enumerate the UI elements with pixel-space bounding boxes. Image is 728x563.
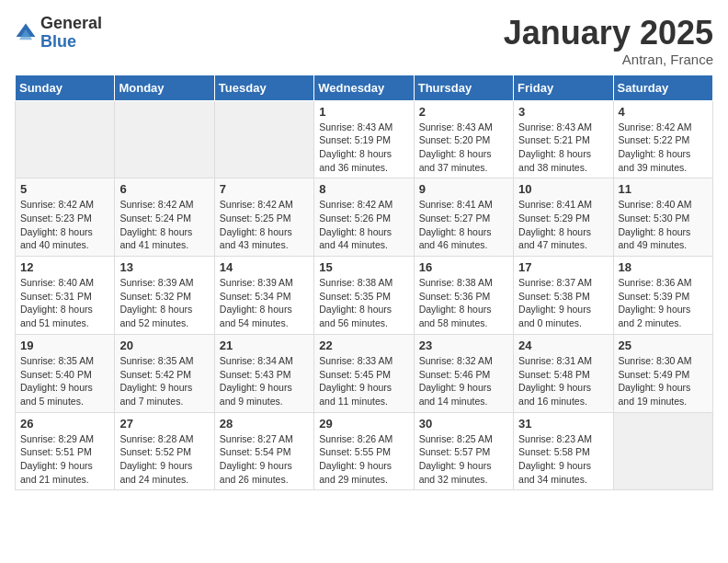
calendar-cell: 6Sunrise: 8:42 AM Sunset: 5:24 PM Daylig… bbox=[115, 178, 214, 257]
cell-info: Sunrise: 8:34 AM Sunset: 5:43 PM Dayligh… bbox=[220, 354, 309, 408]
cell-info: Sunrise: 8:43 AM Sunset: 5:20 PM Dayligh… bbox=[419, 121, 508, 175]
day-number: 26 bbox=[20, 417, 109, 431]
cell-info: Sunrise: 8:42 AM Sunset: 5:26 PM Dayligh… bbox=[319, 198, 408, 252]
day-number: 4 bbox=[619, 105, 708, 119]
cell-info: Sunrise: 8:42 AM Sunset: 5:22 PM Dayligh… bbox=[619, 121, 708, 175]
cell-info: Sunrise: 8:39 AM Sunset: 5:32 PM Dayligh… bbox=[119, 276, 209, 330]
calendar-table: SundayMondayTuesdayWednesdayThursdayFrid… bbox=[15, 75, 713, 491]
day-number: 2 bbox=[419, 105, 508, 119]
cell-info: Sunrise: 8:32 AM Sunset: 5:46 PM Dayligh… bbox=[419, 354, 508, 408]
cell-info: Sunrise: 8:23 AM Sunset: 5:58 PM Dayligh… bbox=[518, 432, 608, 487]
calendar-cell bbox=[613, 412, 712, 490]
day-number: 13 bbox=[119, 260, 209, 274]
calendar-cell: 8Sunrise: 8:42 AM Sunset: 5:26 PM Daylig… bbox=[314, 178, 414, 257]
cell-info: Sunrise: 8:42 AM Sunset: 5:23 PM Dayligh… bbox=[20, 198, 109, 252]
calendar-cell: 5Sunrise: 8:42 AM Sunset: 5:23 PM Daylig… bbox=[16, 178, 115, 257]
calendar-week-row: 19Sunrise: 8:35 AM Sunset: 5:40 PM Dayli… bbox=[16, 334, 713, 412]
cell-info: Sunrise: 8:27 AM Sunset: 5:54 PM Dayligh… bbox=[220, 432, 309, 487]
logo-general: General bbox=[40, 15, 102, 33]
cell-info: Sunrise: 8:41 AM Sunset: 5:29 PM Dayligh… bbox=[518, 198, 608, 252]
calendar-cell: 16Sunrise: 8:38 AM Sunset: 5:36 PM Dayli… bbox=[414, 257, 513, 335]
calendar-cell: 24Sunrise: 8:31 AM Sunset: 5:48 PM Dayli… bbox=[514, 334, 613, 412]
calendar-cell: 27Sunrise: 8:28 AM Sunset: 5:52 PM Dayli… bbox=[115, 412, 214, 490]
day-number: 11 bbox=[619, 182, 708, 196]
cell-info: Sunrise: 8:29 AM Sunset: 5:51 PM Dayligh… bbox=[20, 432, 109, 487]
day-number: 17 bbox=[518, 260, 608, 274]
calendar-cell: 2Sunrise: 8:43 AM Sunset: 5:20 PM Daylig… bbox=[414, 100, 513, 178]
calendar-cell: 20Sunrise: 8:35 AM Sunset: 5:42 PM Dayli… bbox=[115, 334, 214, 412]
calendar-cell: 26Sunrise: 8:29 AM Sunset: 5:51 PM Dayli… bbox=[16, 412, 115, 490]
day-number: 22 bbox=[319, 339, 408, 352]
calendar-week-row: 5Sunrise: 8:42 AM Sunset: 5:23 PM Daylig… bbox=[16, 178, 713, 257]
logo-blue: Blue bbox=[40, 33, 102, 52]
cell-info: Sunrise: 8:40 AM Sunset: 5:30 PM Dayligh… bbox=[619, 198, 708, 252]
day-number: 16 bbox=[419, 260, 508, 274]
day-number: 20 bbox=[119, 339, 209, 352]
cell-info: Sunrise: 8:25 AM Sunset: 5:57 PM Dayligh… bbox=[419, 432, 508, 487]
day-number: 12 bbox=[20, 260, 109, 274]
day-number: 23 bbox=[419, 339, 508, 352]
calendar-cell: 3Sunrise: 8:43 AM Sunset: 5:21 PM Daylig… bbox=[514, 100, 613, 178]
logo-text: General Blue bbox=[40, 15, 102, 52]
calendar-body: 1Sunrise: 8:43 AM Sunset: 5:19 PM Daylig… bbox=[16, 100, 713, 490]
day-number: 21 bbox=[220, 339, 309, 352]
calendar-cell: 12Sunrise: 8:40 AM Sunset: 5:31 PM Dayli… bbox=[16, 257, 115, 335]
weekday-header: Saturday bbox=[613, 75, 712, 100]
cell-info: Sunrise: 8:26 AM Sunset: 5:55 PM Dayligh… bbox=[319, 432, 408, 487]
location-subtitle: Antran, France bbox=[504, 52, 713, 67]
weekday-header: Sunday bbox=[16, 75, 115, 100]
cell-info: Sunrise: 8:43 AM Sunset: 5:19 PM Dayligh… bbox=[319, 121, 408, 175]
calendar-header: SundayMondayTuesdayWednesdayThursdayFrid… bbox=[16, 75, 713, 100]
day-number: 31 bbox=[518, 417, 608, 431]
day-number: 10 bbox=[518, 182, 608, 196]
page-header: General Blue January 2025 Antran, France bbox=[15, 15, 713, 67]
cell-info: Sunrise: 8:43 AM Sunset: 5:21 PM Dayligh… bbox=[518, 121, 608, 175]
calendar-cell: 25Sunrise: 8:30 AM Sunset: 5:49 PM Dayli… bbox=[613, 334, 712, 412]
calendar-cell: 28Sunrise: 8:27 AM Sunset: 5:54 PM Dayli… bbox=[214, 412, 313, 490]
cell-info: Sunrise: 8:41 AM Sunset: 5:27 PM Dayligh… bbox=[419, 198, 508, 252]
calendar-cell: 4Sunrise: 8:42 AM Sunset: 5:22 PM Daylig… bbox=[613, 100, 712, 178]
weekday-header: Tuesday bbox=[214, 75, 313, 100]
calendar-cell: 17Sunrise: 8:37 AM Sunset: 5:38 PM Dayli… bbox=[514, 257, 613, 335]
cell-info: Sunrise: 8:38 AM Sunset: 5:35 PM Dayligh… bbox=[319, 276, 408, 330]
cell-info: Sunrise: 8:40 AM Sunset: 5:31 PM Dayligh… bbox=[20, 276, 109, 330]
cell-info: Sunrise: 8:39 AM Sunset: 5:34 PM Dayligh… bbox=[220, 276, 309, 330]
calendar-cell: 22Sunrise: 8:33 AM Sunset: 5:45 PM Dayli… bbox=[314, 334, 414, 412]
day-number: 14 bbox=[220, 260, 309, 274]
calendar-cell: 15Sunrise: 8:38 AM Sunset: 5:35 PM Dayli… bbox=[314, 257, 414, 335]
weekday-header: Thursday bbox=[414, 75, 513, 100]
calendar-cell bbox=[16, 100, 115, 178]
calendar-cell bbox=[214, 100, 313, 178]
title-block: January 2025 Antran, France bbox=[504, 15, 713, 67]
calendar-cell: 11Sunrise: 8:40 AM Sunset: 5:30 PM Dayli… bbox=[613, 178, 712, 257]
calendar-cell bbox=[115, 100, 214, 178]
calendar-cell: 14Sunrise: 8:39 AM Sunset: 5:34 PM Dayli… bbox=[214, 257, 313, 335]
day-number: 6 bbox=[119, 182, 209, 196]
weekday-header: Wednesday bbox=[314, 75, 414, 100]
calendar-cell: 9Sunrise: 8:41 AM Sunset: 5:27 PM Daylig… bbox=[414, 178, 513, 257]
calendar-cell: 13Sunrise: 8:39 AM Sunset: 5:32 PM Dayli… bbox=[115, 257, 214, 335]
cell-info: Sunrise: 8:42 AM Sunset: 5:25 PM Dayligh… bbox=[220, 198, 309, 252]
logo: General Blue bbox=[15, 15, 102, 52]
cell-info: Sunrise: 8:31 AM Sunset: 5:48 PM Dayligh… bbox=[518, 354, 608, 408]
calendar-cell: 19Sunrise: 8:35 AM Sunset: 5:40 PM Dayli… bbox=[16, 334, 115, 412]
day-number: 25 bbox=[619, 339, 708, 352]
cell-info: Sunrise: 8:42 AM Sunset: 5:24 PM Dayligh… bbox=[119, 198, 209, 252]
cell-info: Sunrise: 8:33 AM Sunset: 5:45 PM Dayligh… bbox=[319, 354, 408, 408]
cell-info: Sunrise: 8:35 AM Sunset: 5:42 PM Dayligh… bbox=[119, 354, 209, 408]
calendar-week-row: 12Sunrise: 8:40 AM Sunset: 5:31 PM Dayli… bbox=[16, 257, 713, 335]
day-number: 3 bbox=[518, 105, 608, 119]
day-number: 15 bbox=[319, 260, 408, 274]
calendar-cell: 29Sunrise: 8:26 AM Sunset: 5:55 PM Dayli… bbox=[314, 412, 414, 490]
calendar-cell: 23Sunrise: 8:32 AM Sunset: 5:46 PM Dayli… bbox=[414, 334, 513, 412]
calendar-cell: 18Sunrise: 8:36 AM Sunset: 5:39 PM Dayli… bbox=[613, 257, 712, 335]
day-number: 9 bbox=[419, 182, 508, 196]
day-number: 18 bbox=[619, 260, 708, 274]
logo-icon bbox=[15, 22, 37, 44]
calendar-cell: 31Sunrise: 8:23 AM Sunset: 5:58 PM Dayli… bbox=[514, 412, 613, 490]
day-number: 19 bbox=[20, 339, 109, 352]
day-number: 1 bbox=[319, 105, 408, 119]
cell-info: Sunrise: 8:28 AM Sunset: 5:52 PM Dayligh… bbox=[119, 432, 209, 487]
calendar-cell: 10Sunrise: 8:41 AM Sunset: 5:29 PM Dayli… bbox=[514, 178, 613, 257]
day-number: 28 bbox=[220, 417, 309, 431]
